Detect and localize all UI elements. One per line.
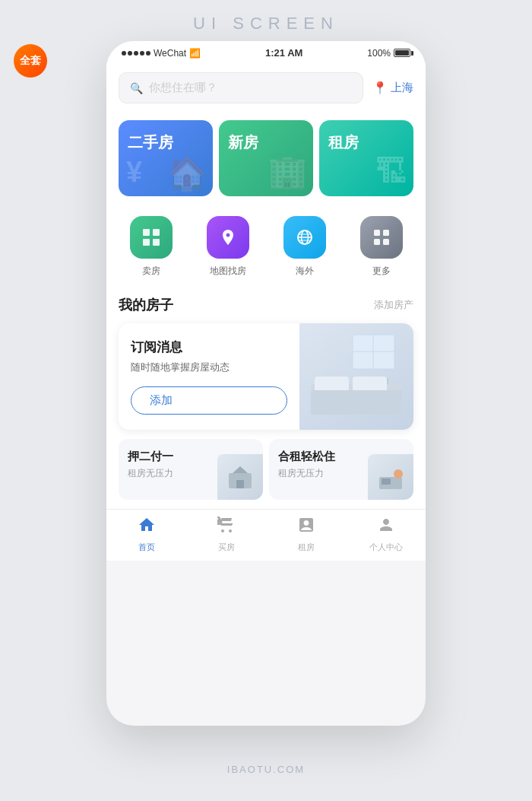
svg-rect-0 [143,229,150,236]
location-button[interactable]: 📍 上海 [372,81,413,95]
tab-profile[interactable]: 个人中心 [346,516,426,553]
svg-point-27 [394,469,403,478]
new-house-title: 新房 [228,132,304,153]
map-label: 地图找房 [210,265,246,278]
svg-rect-11 [374,239,380,245]
quick-item-more[interactable]: 更多 [360,216,403,278]
bottom-card-deposit[interactable]: 押二付一 租房无压力 [119,439,263,500]
location-pin-icon: 📍 [372,81,388,95]
deposit-image [217,454,263,500]
svg-rect-12 [383,239,389,245]
rent-tab-label: 租房 [298,542,315,553]
tab-buy[interactable]: 买房 [186,516,266,553]
my-house-header: 我的房子 添加房产 [106,284,426,320]
page-title: UI SCREEN [0,0,532,41]
home-tab-icon [138,516,156,539]
search-icon: 🔍 [130,82,143,94]
subscribe-button[interactable]: 添加 [131,386,287,415]
subscribe-left: 订阅消息 随时随地掌握房屋动态 添加 [119,323,299,430]
my-house-title: 我的房子 [119,296,173,314]
subscribe-title: 订阅消息 [131,339,287,356]
more-label: 更多 [372,265,391,278]
app-content: 🔍 你想住在哪？ 📍 上海 二手房 🏠 ¥ [106,63,426,561]
subscribe-desc: 随时随地掌握房屋动态 [131,361,287,374]
status-right: 100% [367,48,410,59]
svg-rect-2 [143,239,150,246]
bottom-cards: 押二付一 租房无压力 合租轻松住 租房无压力 [106,439,426,509]
carrier-label: WeChat [154,48,186,59]
category-cards: 二手房 🏠 ¥ 新房 🏢 租房 🏗 [106,113,426,204]
status-left: WeChat 📶 [122,48,201,59]
apartment-icon: 🏗 [375,154,407,190]
overseas-icon-circle [283,216,326,259]
quick-item-sell[interactable]: 卖房 [130,216,173,278]
badge: 全套 [14,44,47,78]
search-placeholder: 你想住在哪？ [149,81,217,95]
wifi-icon: 📶 [189,48,201,59]
svg-rect-10 [383,230,389,236]
battery-icon [394,49,410,57]
tab-bar: 首页 买房 [106,509,426,561]
building-icon: 🏢 [268,153,307,190]
more-icon-circle [360,216,403,259]
add-property-button[interactable]: 添加房产 [374,298,413,312]
house-icon: 🏠 [167,158,207,190]
clock: 1:21 AM [265,47,302,59]
sell-label: 卖房 [142,265,160,278]
shared-image [368,454,413,500]
rent-title: 租房 [328,132,404,153]
category-card-rent[interactable]: 租房 🏗 [319,120,413,196]
buy-tab-label: 买房 [218,542,235,553]
second-hand-title: 二手房 [128,132,204,153]
home-tab-label: 首页 [138,542,155,553]
subscribe-card: 订阅消息 随时随地掌握房屋动态 添加 [119,323,413,430]
quick-icons: 卖房 地图找房 [106,204,426,284]
svg-rect-1 [153,229,160,236]
buy-tab-icon [217,516,236,539]
svg-rect-24 [236,480,244,488]
bottom-card-shared[interactable]: 合租轻松住 租房无压力 [269,439,413,500]
search-area: 🔍 你想住在哪？ 📍 上海 [106,63,426,113]
subscribe-image [299,323,413,430]
status-bar: WeChat 📶 1:21 AM 100% [106,41,426,63]
yuan-icon: ¥ [126,156,142,189]
map-icon-circle [207,216,249,259]
signal-dots [122,51,150,56]
category-card-new-house[interactable]: 新房 🏢 [219,120,313,196]
svg-rect-21 [353,377,387,392]
quick-item-map[interactable]: 地图找房 [207,216,249,278]
location-label: 上海 [391,81,413,95]
svg-rect-9 [374,230,380,236]
tab-rent[interactable]: 租房 [266,516,346,553]
svg-rect-20 [315,377,349,392]
sell-icon-circle [130,216,173,259]
profile-tab-icon [377,516,395,539]
phone-frame: WeChat 📶 1:21 AM 100% 🔍 你想住在哪？ [106,41,426,726]
search-box[interactable]: 🔍 你想住在哪？ [119,72,363,103]
battery-pct: 100% [367,48,391,59]
footer-text: IBAOTU.COM [0,756,532,787]
svg-rect-22 [311,390,402,415]
tab-home[interactable]: 首页 [106,516,186,553]
profile-tab-label: 个人中心 [369,542,403,553]
overseas-label: 海外 [296,265,314,278]
category-card-second-hand[interactable]: 二手房 🏠 ¥ [119,120,213,196]
quick-item-overseas[interactable]: 海外 [283,216,326,278]
svg-rect-3 [153,239,160,246]
svg-rect-26 [382,478,391,485]
rent-tab-icon [297,516,315,539]
